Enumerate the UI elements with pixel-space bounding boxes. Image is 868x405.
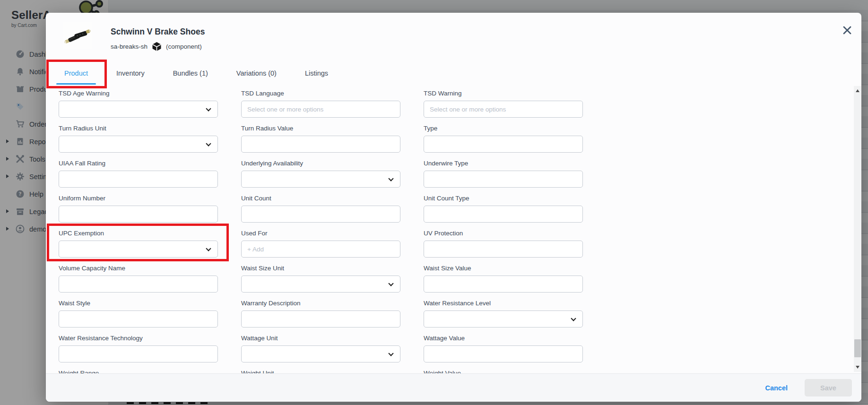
field-turn-radius-value: Turn Radius Value xyxy=(241,125,400,153)
field-turn-radius-unit: Turn Radius Unit xyxy=(59,125,218,153)
tab-bundles[interactable]: Bundles (1) xyxy=(165,64,216,83)
type-input[interactable] xyxy=(424,136,583,153)
underlying-availability-select[interactable] xyxy=(241,171,400,188)
field-label: Unit Count Type xyxy=(424,195,583,203)
field-used-for: Used For xyxy=(241,230,400,258)
field-uv-protection: UV Protection xyxy=(424,230,583,258)
waist-style-input[interactable] xyxy=(59,310,218,327)
uniform-number-input[interactable] xyxy=(59,206,218,223)
field-label: Water Resistance Technology xyxy=(59,335,218,343)
field-uiaa-fall-rating: UIAA Fall Rating xyxy=(59,160,218,188)
field-underlying-availability: Underlying Availability xyxy=(241,160,400,188)
field-label: Warranty Description xyxy=(241,300,400,308)
field-unit-count-type: Unit Count Type xyxy=(424,195,583,223)
field-label: TSD Language xyxy=(241,90,400,98)
cancel-button[interactable]: Cancel xyxy=(765,384,788,392)
field-label: Unit Count xyxy=(241,195,400,203)
chevron-down-icon xyxy=(388,351,393,356)
field-water-resistance-level: Water Resistance Level xyxy=(424,300,583,327)
field-underwire-type: Underwire Type xyxy=(424,160,583,188)
field-label: Volume Capacity Name xyxy=(59,265,218,273)
field-label: Water Resistance Level xyxy=(424,300,583,308)
field-label: Wattage Value xyxy=(424,335,583,343)
field-wattage-value: Wattage Value xyxy=(424,335,583,362)
field-water-resistance-technology: Water Resistance Technology xyxy=(59,335,218,362)
field-tsd-age-warning: TSD Age Warning xyxy=(59,90,218,118)
field-unit-count: Unit Count xyxy=(241,195,400,223)
tab-listings[interactable]: Listings xyxy=(297,64,336,83)
waist-size-value-input[interactable] xyxy=(424,276,583,293)
wattage-unit-select[interactable] xyxy=(241,345,400,362)
uiaa-fall-rating-input[interactable] xyxy=(59,171,218,188)
tsd-warning-input[interactable] xyxy=(424,101,583,118)
screen: SellerA by Cart.com Dashboar xyxy=(0,0,868,405)
chevron-down-icon xyxy=(388,176,393,181)
turn-radius-unit-select[interactable] xyxy=(59,136,218,153)
field-label: Uniform Number xyxy=(59,195,218,203)
field-label: Waist Size Value xyxy=(424,265,583,273)
annotation-box-upc-exemption xyxy=(47,224,229,261)
wattage-value-input[interactable] xyxy=(424,345,583,362)
field-wattage-unit: Wattage Unit xyxy=(241,335,400,362)
scrollbar-up-arrow[interactable] xyxy=(856,89,859,92)
waist-size-unit-select[interactable] xyxy=(241,276,400,293)
product-sku: sa-breaks-sh xyxy=(111,43,148,50)
field-label: TSD Age Warning xyxy=(59,90,218,98)
field-label: UV Protection xyxy=(424,230,583,238)
scrollbar-thumb[interactable] xyxy=(854,339,861,357)
unit-count-input[interactable] xyxy=(241,206,400,223)
product-detail-modal: Schwinn V Brake Shoes sa-breaks-sh (comp… xyxy=(46,13,861,402)
water-resistance-technology-input[interactable] xyxy=(59,345,218,362)
close-icon[interactable] xyxy=(841,24,853,36)
component-cube-icon xyxy=(152,42,162,52)
tab-inventory[interactable]: Inventory xyxy=(108,64,153,83)
scrollbar-down-arrow[interactable] xyxy=(856,366,859,369)
tab-variations[interactable]: Variations (0) xyxy=(228,64,285,83)
field-label: Type xyxy=(424,125,583,133)
field-label: Underlying Availability xyxy=(241,160,400,168)
field-label: Turn Radius Value xyxy=(241,125,400,133)
product-thumbnail xyxy=(63,22,92,49)
chevron-down-icon xyxy=(206,106,211,111)
scrollbar[interactable] xyxy=(854,86,861,372)
turn-radius-value-input[interactable] xyxy=(241,136,400,153)
chevron-down-icon xyxy=(206,141,211,146)
field-label: TSD Warning xyxy=(424,90,583,98)
field-waist-style: Waist Style xyxy=(59,300,218,327)
water-resistance-level-select[interactable] xyxy=(424,310,583,327)
warranty-description-input[interactable] xyxy=(241,310,400,327)
field-label: Used For xyxy=(241,230,400,238)
annotation-box-product-tab xyxy=(46,60,107,88)
chevron-down-icon xyxy=(388,281,393,286)
field-tsd-language: TSD Language xyxy=(241,90,400,118)
chevron-down-icon xyxy=(571,316,576,321)
uv-protection-input[interactable] xyxy=(424,241,583,258)
field-type: Type xyxy=(424,125,583,153)
sku-row: sa-breaks-sh (component) xyxy=(111,42,202,52)
used-for-input[interactable] xyxy=(241,241,400,258)
field-tsd-warning: TSD Warning xyxy=(424,90,583,118)
field-label: UIAA Fall Rating xyxy=(59,160,218,168)
tsd-age-warning-select[interactable] xyxy=(59,101,218,118)
field-label: Waist Size Unit xyxy=(241,265,400,273)
field-label: Waist Style xyxy=(59,300,218,308)
modal-footer: Cancel Save xyxy=(46,373,861,402)
field-label: Wattage Unit xyxy=(241,335,400,343)
field-warranty-description: Warranty Description xyxy=(241,300,400,327)
underwire-type-input[interactable] xyxy=(424,171,583,188)
field-label: Turn Radius Unit xyxy=(59,125,218,133)
field-volume-capacity-name: Volume Capacity Name xyxy=(59,265,218,293)
modal-title: Schwinn V Brake Shoes xyxy=(111,27,205,37)
field-uniform-number: Uniform Number xyxy=(59,195,218,223)
tsd-language-input[interactable] xyxy=(241,101,400,118)
save-button[interactable]: Save xyxy=(805,379,852,396)
unit-count-type-input[interactable] xyxy=(424,206,583,223)
field-waist-size-unit: Waist Size Unit xyxy=(241,265,400,293)
product-kind-label: (component) xyxy=(166,43,202,50)
field-label: Underwire Type xyxy=(424,160,583,168)
field-waist-size-value: Waist Size Value xyxy=(424,265,583,293)
volume-capacity-name-input[interactable] xyxy=(59,276,218,293)
